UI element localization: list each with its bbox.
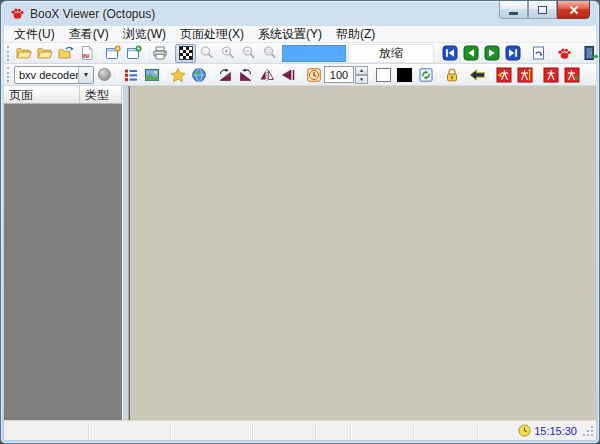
first-page-button[interactable] xyxy=(439,44,460,63)
separator xyxy=(490,67,491,82)
zoom-mode-button[interactable]: 放缩 xyxy=(348,44,434,63)
separator xyxy=(525,46,526,61)
zoom-percent-field[interactable]: 100 xyxy=(324,66,354,83)
menu-page-process[interactable]: 页面处理(X) xyxy=(173,26,251,42)
column-header-type[interactable]: 类型 xyxy=(80,86,122,103)
fit-width-button[interactable] xyxy=(493,65,514,84)
spin-up-icon[interactable]: ▲ xyxy=(355,66,368,75)
fit-height-icon xyxy=(517,67,533,83)
zoom-percent-stepper[interactable]: ▲ ▼ xyxy=(355,66,368,83)
flip-horizontal-button[interactable] xyxy=(256,65,277,84)
next-page-button[interactable] xyxy=(481,44,502,63)
open-folder-button[interactable] xyxy=(13,44,34,63)
fit-page-icon xyxy=(543,67,559,83)
globe-button[interactable] xyxy=(188,65,209,84)
open-folder-alt-icon xyxy=(37,45,53,61)
main-toolbar: INI xyxy=(4,43,596,64)
rotate-left-icon xyxy=(238,67,254,83)
open-folder-icon xyxy=(16,45,32,61)
fit-height-button[interactable] xyxy=(514,65,535,84)
zoom-region-button[interactable] xyxy=(259,44,280,63)
prev-page-button[interactable] xyxy=(460,44,481,63)
window-title: BooX Viewer (Octopus) xyxy=(30,7,155,21)
first-page-icon xyxy=(442,45,458,61)
checkerboard-view-icon xyxy=(179,46,193,60)
add-page-green-button[interactable] xyxy=(123,44,144,63)
status-time-panel: 15:15:30 xyxy=(478,424,596,437)
close-button[interactable] xyxy=(557,0,590,19)
white-color-swatch[interactable] xyxy=(376,68,391,82)
undo-arrow-button[interactable] xyxy=(467,65,488,84)
checkerboard-view-button[interactable] xyxy=(175,44,196,63)
timer-clock-button[interactable] xyxy=(303,65,324,84)
separator xyxy=(300,67,301,82)
status-panel xyxy=(414,421,478,440)
menu-file[interactable]: 文件(U) xyxy=(7,26,62,42)
flip-vertical-button[interactable] xyxy=(277,65,298,84)
maximize-button[interactable] xyxy=(528,0,557,19)
document-canvas xyxy=(129,86,596,420)
thumbnail-list-button[interactable] xyxy=(120,65,141,84)
black-color-swatch[interactable] xyxy=(397,68,412,82)
resize-grip[interactable] xyxy=(581,424,594,437)
status-panel xyxy=(351,421,414,440)
image-view-icon xyxy=(144,67,160,83)
favorite-star-button[interactable] xyxy=(167,65,188,84)
folder-refresh-button[interactable] xyxy=(55,44,76,63)
zoom-in-button[interactable] xyxy=(217,44,238,63)
about-paw-button[interactable] xyxy=(554,44,575,63)
separator xyxy=(370,67,371,82)
zoom-out-button[interactable] xyxy=(238,44,259,63)
exit-icon xyxy=(583,45,599,61)
chevron-down-icon[interactable]: ▼ xyxy=(78,67,93,83)
goto-page-button[interactable] xyxy=(528,44,549,63)
minimize-icon xyxy=(509,12,518,15)
decoder-combo[interactable]: bxv decoder ▼ xyxy=(14,66,94,84)
toolbar-grip[interactable] xyxy=(7,67,10,82)
ini-file-button[interactable]: INI xyxy=(76,44,97,63)
menu-view[interactable]: 查看(V) xyxy=(62,26,116,42)
undo-arrow-icon xyxy=(469,67,486,83)
separator xyxy=(577,46,578,61)
menu-browse[interactable]: 浏览(W) xyxy=(116,26,173,42)
fit-original-icon xyxy=(564,67,580,83)
status-panel xyxy=(253,421,316,440)
zoom-out-icon xyxy=(241,45,257,61)
last-page-button[interactable] xyxy=(502,44,523,63)
column-header-page[interactable]: 页面 xyxy=(4,86,80,103)
timer-clock-icon xyxy=(306,67,322,83)
separator xyxy=(164,67,165,82)
lock-button[interactable] xyxy=(441,65,462,84)
fit-original-button[interactable] xyxy=(561,65,582,84)
status-panel xyxy=(171,421,253,440)
separator xyxy=(551,46,552,61)
rotate-left-button[interactable] xyxy=(235,65,256,84)
page-list-body xyxy=(4,104,122,420)
status-time: 15:15:30 xyxy=(534,425,577,437)
open-folder-alt-button[interactable] xyxy=(34,44,55,63)
print-button[interactable] xyxy=(149,44,170,63)
add-page-orange-button[interactable] xyxy=(102,44,123,63)
globe-icon xyxy=(191,67,207,83)
fit-page-button[interactable] xyxy=(540,65,561,84)
paw-icon xyxy=(10,6,25,21)
close-icon xyxy=(569,5,579,15)
pan-tool-button[interactable] xyxy=(196,44,217,63)
toolbar-grip[interactable] xyxy=(7,46,10,61)
refresh-page-button[interactable] xyxy=(415,65,436,84)
minimize-button[interactable] xyxy=(499,0,528,19)
panel-splitter[interactable] xyxy=(122,86,129,420)
clock-icon xyxy=(518,424,531,437)
menu-system-settings[interactable]: 系统设置(Y) xyxy=(251,26,329,42)
image-view-button[interactable] xyxy=(141,65,162,84)
favorite-star-icon xyxy=(170,67,186,83)
title-bar[interactable]: BooX Viewer (Octopus) xyxy=(1,1,599,26)
menu-help[interactable]: 帮助(Z) xyxy=(329,26,382,42)
zoom-value-box[interactable] xyxy=(282,45,346,62)
app-window: BooX Viewer (Octopus) 文件(U) 查看(V) 浏览(W) … xyxy=(0,0,600,444)
rotate-right-button[interactable] xyxy=(214,65,235,84)
separator xyxy=(464,67,465,82)
last-page-icon xyxy=(505,45,521,61)
exit-button[interactable] xyxy=(580,44,600,63)
spin-down-icon[interactable]: ▼ xyxy=(355,75,368,84)
